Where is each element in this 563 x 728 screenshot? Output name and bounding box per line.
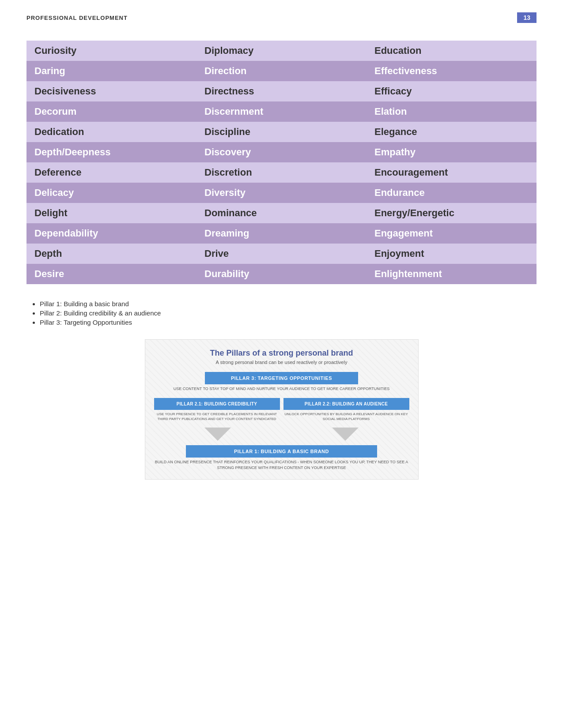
pillar3-block: PILLAR 3: TARGETING OPPORTUNITIES bbox=[205, 372, 358, 384]
page-title: PROFESSIONAL DEVELOPMENT bbox=[26, 15, 128, 21]
cell-11-0: Desire bbox=[26, 264, 196, 284]
pillar-list-item-3: Pillar 3: Targeting Opportunities bbox=[40, 319, 537, 326]
diagram-subtitle: A strong personal brand can be used reac… bbox=[154, 360, 409, 365]
triangle-right bbox=[332, 428, 359, 441]
cell-5-1: Discovery bbox=[196, 142, 367, 162]
pillar2-descs: USE YOUR PRESENCE TO GET CREDIBLE PLACEM… bbox=[154, 412, 409, 421]
table-row: Depth/DeepnessDiscoveryEmpathy bbox=[26, 142, 537, 162]
cell-5-0: Depth/Deepness bbox=[26, 142, 196, 162]
table-row: CuriosityDiplomacyEducation bbox=[26, 41, 537, 61]
cell-7-1: Diversity bbox=[196, 183, 367, 203]
page-number: 13 bbox=[517, 12, 537, 23]
triangle-left bbox=[204, 428, 231, 441]
pillar21-desc: USE YOUR PRESENCE TO GET CREDIBLE PLACEM… bbox=[154, 412, 280, 421]
table-row: DelightDominanceEnergy/Energetic bbox=[26, 203, 537, 223]
cell-4-1: Discipline bbox=[196, 122, 367, 142]
cell-6-1: Discretion bbox=[196, 162, 367, 183]
word-grid: CuriosityDiplomacyEducationDaringDirecti… bbox=[26, 41, 537, 284]
pillars-list: Pillar 1: Building a basic brandPillar 2… bbox=[26, 300, 537, 326]
cell-0-0: Curiosity bbox=[26, 41, 196, 61]
cell-8-2: Energy/Energetic bbox=[367, 203, 537, 223]
pillar-list-item-1: Pillar 1: Building a basic brand bbox=[40, 300, 537, 308]
table-row: DedicationDisciplineElegance bbox=[26, 122, 537, 142]
cell-3-0: Decorum bbox=[26, 101, 196, 122]
cell-4-2: Elegance bbox=[367, 122, 537, 142]
cell-3-1: Discernment bbox=[196, 101, 367, 122]
main-content: CuriosityDiplomacyEducationDaringDirecti… bbox=[0, 32, 563, 497]
diagram-inner: The Pillars of a strong personal brand A… bbox=[154, 349, 409, 470]
cell-2-1: Directness bbox=[196, 81, 367, 101]
cell-9-0: Dependability bbox=[26, 223, 196, 244]
pillar1-desc: BUILD AN ONLINE PRESENCE THAT REINFORCES… bbox=[154, 459, 409, 470]
cell-1-1: Direction bbox=[196, 61, 367, 81]
table-row: DependabilityDreamingEngagement bbox=[26, 223, 537, 244]
cell-0-2: Education bbox=[367, 41, 537, 61]
cell-1-2: Effectiveness bbox=[367, 61, 537, 81]
cell-11-1: Durability bbox=[196, 264, 367, 284]
cell-7-0: Delicacy bbox=[26, 183, 196, 203]
cell-5-2: Empathy bbox=[367, 142, 537, 162]
cell-11-2: Enlightenment bbox=[367, 264, 537, 284]
cell-10-0: Depth bbox=[26, 244, 196, 264]
pillar-list-item-2: Pillar 2: Building credibility & an audi… bbox=[40, 309, 537, 317]
page-header: PROFESSIONAL DEVELOPMENT 13 bbox=[0, 0, 563, 32]
table-row: DecorumDiscernmentElation bbox=[26, 101, 537, 122]
table-row: DaringDirectionEffectiveness bbox=[26, 61, 537, 81]
cell-8-0: Delight bbox=[26, 203, 196, 223]
cell-10-2: Enjoyment bbox=[367, 244, 537, 264]
pillar22-block: PILLAR 2.2: BUILDING AN AUDIENCE bbox=[283, 398, 409, 410]
pillar21-block: PILLAR 2.1: BUILDING CREDIBILITY bbox=[154, 398, 280, 410]
pillar2-row: PILLAR 2.1: BUILDING CREDIBILITY PILLAR … bbox=[154, 398, 409, 410]
cell-0-1: Diplomacy bbox=[196, 41, 367, 61]
cell-1-0: Daring bbox=[26, 61, 196, 81]
diagram-container: The Pillars of a strong personal brand A… bbox=[26, 339, 537, 480]
cell-6-0: Deference bbox=[26, 162, 196, 183]
pillar22-desc: UNLOCK OPPORTUNITIES BY BUILDING A RELEV… bbox=[283, 412, 409, 421]
cell-6-2: Encouragement bbox=[367, 162, 537, 183]
table-row: DelicacyDiversityEndurance bbox=[26, 183, 537, 203]
table-row: DepthDriveEnjoyment bbox=[26, 244, 537, 264]
pillar3-desc: USE CONTENT TO STAY TOP OF MIND AND NURT… bbox=[154, 386, 409, 392]
diagram-title: The Pillars of a strong personal brand bbox=[154, 349, 409, 358]
cell-2-0: Decisiveness bbox=[26, 81, 196, 101]
cell-9-1: Dreaming bbox=[196, 223, 367, 244]
cell-4-0: Dedication bbox=[26, 122, 196, 142]
table-row: DesireDurabilityEnlightenment bbox=[26, 264, 537, 284]
cell-8-1: Dominance bbox=[196, 203, 367, 223]
cell-3-2: Elation bbox=[367, 101, 537, 122]
cell-7-2: Endurance bbox=[367, 183, 537, 203]
table-row: DecisivenessDirectnessEfficacy bbox=[26, 81, 537, 101]
triangles-row bbox=[154, 428, 409, 441]
cell-2-2: Efficacy bbox=[367, 81, 537, 101]
diagram-box: The Pillars of a strong personal brand A… bbox=[145, 339, 419, 480]
table-row: DeferenceDiscretionEncouragement bbox=[26, 162, 537, 183]
cell-10-1: Drive bbox=[196, 244, 367, 264]
pillar1-block: PILLAR 1: BUILDING A BASIC BRAND bbox=[186, 445, 378, 458]
cell-9-2: Engagement bbox=[367, 223, 537, 244]
